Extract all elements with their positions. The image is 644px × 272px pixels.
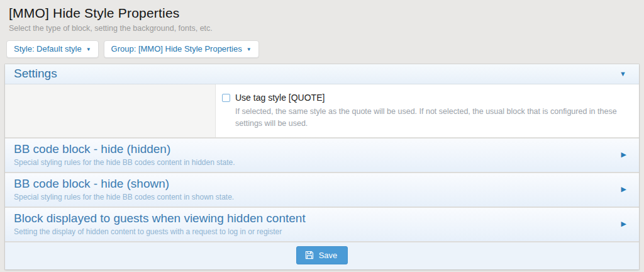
section-description: Setting the display of hidden content to…: [14, 227, 306, 236]
section-text: BB code block - hide (shown) Special sty…: [14, 177, 234, 201]
use-tag-style-checkbox-row[interactable]: Use tag style [QUOTE]: [222, 93, 629, 103]
page-subtitle: Select the type of block, setting the ba…: [9, 24, 635, 33]
style-dropdown-label: Style: Default style: [14, 44, 82, 54]
settings-form: Settings ▼ Use tag style [QUOTE] If sele…: [5, 64, 639, 269]
save-row: Save: [5, 241, 639, 269]
section-guest-block[interactable]: Block displayed to guests when viewing h…: [5, 207, 639, 241]
settings-panel-header[interactable]: Settings ▼: [5, 64, 639, 84]
form-row-label-cell: [5, 84, 216, 137]
section-description: Special styling rules for the hide BB co…: [14, 158, 235, 167]
chevron-down-icon: ▼: [86, 46, 91, 52]
form-row-content-cell: Use tag style [QUOTE] If selected, the s…: [216, 84, 639, 137]
use-tag-style-checkbox[interactable]: [222, 94, 230, 102]
chevron-down-icon: ▼: [619, 71, 626, 77]
chevron-right-icon: ▶: [621, 186, 626, 193]
chevron-down-icon: ▼: [247, 46, 252, 52]
settings-panel-title: Settings: [14, 67, 57, 81]
section-title: BB code block - hide (shown): [14, 177, 234, 191]
section-title: Block displayed to guests when viewing h…: [14, 212, 306, 225]
group-dropdown-label: Group: [MMO] Hide Style Properties: [111, 44, 242, 54]
page-header: [MMO] Hide Style Properties Select the t…: [0, 0, 644, 58]
group-dropdown-button[interactable]: Group: [MMO] Hide Style Properties ▼: [104, 40, 259, 58]
floppy-disk-icon: [305, 251, 314, 259]
chevron-right-icon: ▶: [621, 220, 626, 227]
use-tag-style-label: Use tag style [QUOTE]: [235, 93, 325, 103]
section-description: Special styling rules for the hide BB co…: [14, 193, 234, 201]
style-dropdown-button[interactable]: Style: Default style ▼: [6, 40, 99, 58]
use-tag-style-description: If selected, the same style as the quote…: [235, 106, 629, 130]
section-text: BB code block - hide (hidden) Special st…: [14, 142, 235, 167]
section-bb-code-hidden[interactable]: BB code block - hide (hidden) Special st…: [5, 137, 639, 172]
save-button-label: Save: [319, 251, 338, 260]
page-title: [MMO] Hide Style Properties: [9, 6, 635, 21]
use-tag-style-row: Use tag style [QUOTE] If selected, the s…: [5, 84, 639, 137]
save-button[interactable]: Save: [296, 246, 348, 264]
section-bb-code-shown[interactable]: BB code block - hide (shown) Special sty…: [5, 172, 639, 207]
section-text: Block displayed to guests when viewing h…: [14, 212, 306, 236]
chevron-right-icon: ▶: [621, 151, 626, 158]
section-title: BB code block - hide (hidden): [14, 142, 235, 156]
toolbar: Style: Default style ▼ Group: [MMO] Hide…: [6, 40, 635, 58]
